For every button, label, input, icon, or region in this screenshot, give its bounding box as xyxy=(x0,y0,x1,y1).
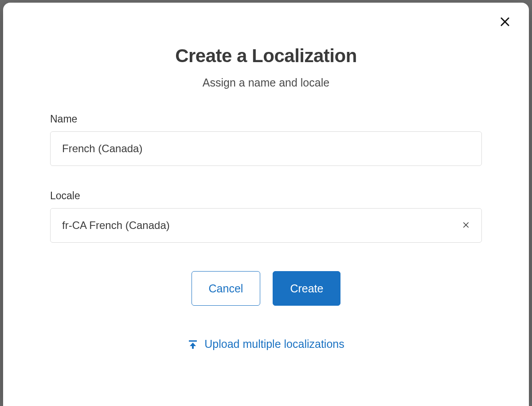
close-icon xyxy=(499,16,511,29)
create-button[interactable]: Create xyxy=(273,271,340,306)
upload-icon xyxy=(188,339,198,350)
locale-clear-button[interactable] xyxy=(460,219,472,232)
name-label: Name xyxy=(50,113,482,125)
close-button[interactable] xyxy=(496,13,514,31)
name-field-group: Name xyxy=(50,113,482,166)
x-icon xyxy=(462,221,470,230)
svg-rect-4 xyxy=(189,340,197,342)
modal-title: Create a Localization xyxy=(19,45,513,67)
upload-link-label: Upload multiple localizations xyxy=(204,338,344,351)
cancel-button[interactable]: Cancel xyxy=(192,271,261,306)
locale-label: Locale xyxy=(50,190,482,202)
modal-header: Create a Localization Assign a name and … xyxy=(19,45,513,89)
button-row: Cancel Create xyxy=(50,271,482,306)
locale-field-group: Locale fr-CA French (Canada) xyxy=(50,190,482,243)
upload-multiple-link[interactable]: Upload multiple localizations xyxy=(188,338,344,351)
name-input[interactable] xyxy=(50,131,482,166)
locale-select[interactable]: fr-CA French (Canada) xyxy=(50,208,482,243)
modal-subtitle: Assign a name and locale xyxy=(19,76,513,89)
locale-selected-value: fr-CA French (Canada) xyxy=(62,219,170,232)
create-localization-modal: Create a Localization Assign a name and … xyxy=(3,3,529,406)
localization-form: Name Locale fr-CA French (Canada) xyxy=(50,113,482,351)
